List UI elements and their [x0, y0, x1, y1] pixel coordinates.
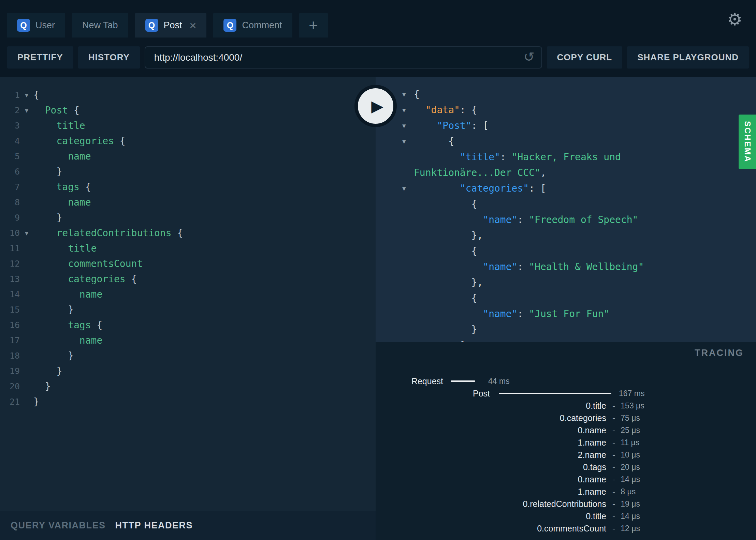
close-icon[interactable]: ×	[190, 19, 197, 31]
history-button[interactable]: HISTORY	[78, 46, 140, 69]
fold-arrow-icon[interactable]: ▾	[402, 134, 414, 149]
fold-arrow-icon	[402, 275, 414, 290]
tracing-value: 8 μs	[621, 487, 636, 496]
tracing-row: Post167 ms	[376, 387, 756, 400]
tracing-label: 0.categories	[376, 413, 606, 423]
tracing-dash: -	[612, 511, 615, 521]
fold-arrow-icon[interactable]: ▾	[402, 181, 414, 196]
token: commentsCount	[68, 258, 143, 269]
token: {	[126, 273, 137, 285]
tracing-value: 75 μs	[621, 414, 640, 423]
share-playground-button[interactable]: SHARE PLAYGROUND	[627, 46, 749, 69]
tab-label: Comment	[242, 20, 282, 31]
tab-user[interactable]: QUser	[7, 13, 65, 38]
line-number: 7	[0, 182, 20, 192]
query-variables-button[interactable]: QUERY VARIABLES	[11, 520, 106, 531]
token	[414, 308, 483, 319]
query-line: 13 categories {	[0, 271, 376, 287]
code-text: tags {	[33, 181, 91, 193]
token: "Just For Fun"	[529, 308, 609, 319]
query-line: 1▾{	[0, 87, 376, 103]
tracing-value: 12 μs	[621, 524, 640, 533]
response-text: ],	[414, 338, 714, 342]
token: categories	[68, 273, 126, 285]
token: :	[517, 214, 529, 225]
query-line: 3 title	[0, 118, 376, 133]
token	[414, 104, 425, 116]
fold-arrow-icon	[402, 149, 414, 181]
tracing-value: 19 μs	[621, 499, 640, 509]
fold-arrow-icon	[402, 290, 414, 306]
tracing-dash: -	[612, 499, 615, 509]
query-line: 11 title	[0, 241, 376, 256]
token: },	[414, 230, 483, 241]
token	[414, 214, 483, 225]
url-input[interactable]	[145, 46, 542, 69]
query-line: 20 }	[0, 379, 376, 394]
tracing-title: TRACING	[695, 348, 744, 358]
fold-arrow-icon	[402, 243, 414, 259]
token: {	[414, 136, 454, 147]
line-number: 17	[0, 335, 20, 345]
response-line: ▾ "Post": [	[376, 118, 756, 134]
token: :	[517, 261, 529, 272]
query-editor[interactable]: 1▾{2▾ Post {3 title4 categories {5 name6…	[0, 77, 376, 511]
fold-arrow-icon[interactable]: ▾	[402, 118, 414, 134]
fold-arrow-icon[interactable]: ▾	[20, 229, 33, 237]
tracing-value: 14 μs	[621, 475, 640, 484]
token: : [	[529, 183, 546, 194]
query-icon: Q	[223, 19, 236, 32]
code-text: }	[33, 365, 62, 377]
line-number: 1	[0, 90, 20, 100]
response-text: "name": "Just For Fun"	[414, 306, 714, 322]
code-text: }	[33, 396, 39, 407]
fold-arrow-icon[interactable]: ▾	[20, 91, 33, 99]
prettify-button[interactable]: PRETTIFY	[7, 46, 73, 69]
query-line: 6 }	[0, 164, 376, 179]
fold-arrow-icon[interactable]: ▾	[402, 87, 414, 102]
line-number: 19	[0, 366, 20, 376]
play-icon: ▶	[371, 98, 383, 114]
tab-comment[interactable]: QComment	[213, 13, 292, 38]
token	[33, 135, 56, 147]
token: }	[33, 365, 62, 377]
reload-icon[interactable]: ↺	[524, 50, 535, 63]
token: "name"	[483, 308, 517, 319]
line-number: 15	[0, 305, 20, 315]
token: {	[114, 135, 126, 147]
token: "Health & Wellbeing"	[529, 261, 644, 272]
fold-arrow-icon[interactable]: ▾	[20, 106, 33, 115]
token: title	[68, 243, 97, 254]
tracing-label: 0.commentsCount	[376, 524, 606, 534]
copy-curl-button[interactable]: COPY CURL	[547, 46, 623, 69]
query-line: 15 }	[0, 302, 376, 317]
query-line: 7 tags {	[0, 179, 376, 195]
tab-label: New Tab	[82, 20, 118, 31]
token: {	[414, 292, 477, 304]
token: : [	[471, 120, 489, 131]
response-text: },	[414, 228, 714, 243]
new-tab-button[interactable]: +	[299, 13, 328, 38]
result-pane: ▾{▾ "data": {▾ "Post": [▾ { "title": "Ha…	[376, 77, 756, 540]
token: :	[500, 151, 512, 163]
tab-new-tab[interactable]: New Tab	[72, 13, 128, 38]
token: "Freedom of Speech"	[529, 214, 638, 225]
url-bar: ↺	[145, 46, 542, 69]
fold-arrow-icon[interactable]: ▾	[402, 102, 414, 118]
query-line: 14 name	[0, 287, 376, 302]
tracing-label: Request	[376, 376, 443, 386]
tab-post[interactable]: QPost×	[135, 13, 207, 38]
line-number: 3	[0, 121, 20, 131]
http-headers-button[interactable]: HTTP HEADERS	[115, 520, 193, 531]
fold-arrow-icon	[402, 212, 414, 228]
schema-tab-button[interactable]: SCHEMA	[739, 115, 756, 169]
code-text: title	[33, 243, 97, 254]
fold-arrow-icon	[402, 306, 414, 322]
toolbar: PRETTIFY HISTORY ↺ COPY CURL SHARE PLAYG…	[0, 46, 756, 69]
tracing-row: 0.name-14 μs	[376, 473, 756, 485]
gear-icon[interactable]: ⚙	[727, 11, 742, 28]
execute-button[interactable]: ▶	[354, 85, 397, 127]
query-line: 4 categories {	[0, 133, 376, 149]
query-line: 19 }	[0, 363, 376, 379]
code-text: }	[33, 350, 74, 361]
